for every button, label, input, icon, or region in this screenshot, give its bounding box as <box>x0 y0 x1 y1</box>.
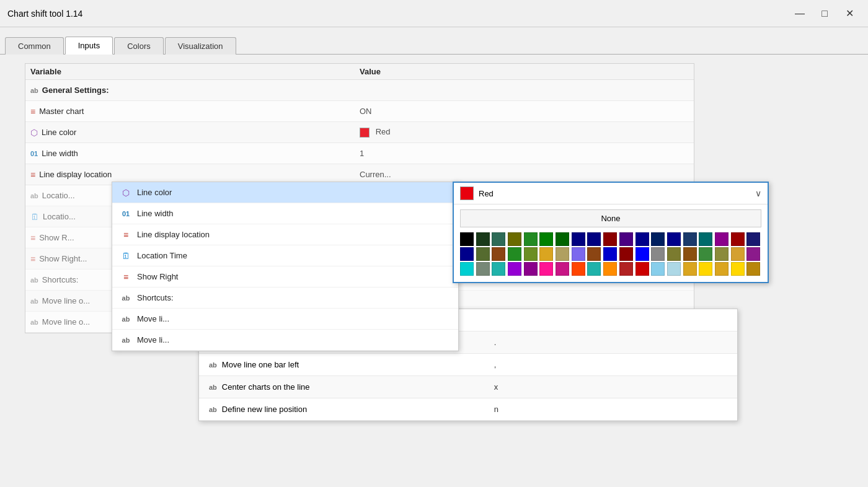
color-cell[interactable] <box>603 262 617 276</box>
color-cell[interactable] <box>524 247 538 261</box>
row-value: x <box>494 382 727 392</box>
color-cell[interactable] <box>619 232 633 246</box>
row-value: Curren... <box>360 170 689 179</box>
color-cell[interactable] <box>492 232 505 246</box>
color-cell[interactable] <box>603 232 617 246</box>
close-button[interactable]: ✕ <box>838 5 861 22</box>
color-cell[interactable] <box>460 232 474 246</box>
color-cell[interactable] <box>731 247 745 261</box>
table-row[interactable]: ab Define new line position n <box>199 398 737 421</box>
color-cell[interactable] <box>683 247 697 261</box>
color-cell[interactable] <box>651 262 665 276</box>
color-cell[interactable] <box>699 247 712 261</box>
tab-inputs[interactable]: Inputs <box>65 37 113 55</box>
color-cell[interactable] <box>492 247 505 261</box>
color-cell[interactable] <box>524 232 538 246</box>
color-dropdown-arrow-icon[interactable]: ∨ <box>755 188 761 198</box>
color-cell[interactable] <box>746 232 760 246</box>
color-cell[interactable] <box>572 232 585 246</box>
color-cell[interactable] <box>667 247 681 261</box>
lines-icon: ≡ <box>30 233 35 243</box>
row-label: Show Right... <box>39 254 87 263</box>
color-cell[interactable] <box>460 262 474 276</box>
color-cell[interactable] <box>636 262 649 276</box>
ab-icon: ab <box>30 276 38 284</box>
color-cell[interactable] <box>476 262 490 276</box>
num-icon: 01 <box>30 150 38 157</box>
color-cell[interactable] <box>508 262 521 276</box>
ab-icon: ab <box>209 406 217 413</box>
color-cell[interactable] <box>539 232 553 246</box>
maximize-button[interactable]: □ <box>813 5 836 22</box>
color-cell[interactable] <box>460 247 474 261</box>
color-cell[interactable] <box>508 247 521 261</box>
color-cell[interactable] <box>715 247 728 261</box>
color-cell[interactable] <box>492 262 505 276</box>
color-cell[interactable] <box>636 247 649 261</box>
color-cell[interactable] <box>731 262 745 276</box>
color-cell[interactable] <box>731 232 745 246</box>
ab-icon: ab <box>120 336 132 344</box>
color-cell[interactable] <box>619 247 633 261</box>
color-cell[interactable] <box>572 247 585 261</box>
table-row[interactable]: ab Center charts on the line x <box>199 376 737 398</box>
table-row[interactable]: ab General Settings: <box>25 80 694 101</box>
dropdown-item-show-right[interactable]: ≡ Show Right <box>112 266 458 287</box>
color-cell[interactable] <box>587 247 601 261</box>
color-cell[interactable] <box>651 247 665 261</box>
dropdown-item-move-left[interactable]: ab Move li... <box>112 330 458 351</box>
color-cell[interactable] <box>636 232 649 246</box>
tab-common[interactable]: Common <box>5 37 64 55</box>
color-cell[interactable] <box>683 262 697 276</box>
row-value: . <box>494 338 727 347</box>
color-cell[interactable] <box>539 262 553 276</box>
color-cell[interactable] <box>587 262 601 276</box>
ab-icon: ab <box>120 315 132 323</box>
color-cell[interactable] <box>683 232 697 246</box>
color-cell[interactable] <box>572 262 585 276</box>
selected-color-swatch <box>460 186 474 200</box>
color-cell[interactable] <box>699 262 712 276</box>
lines-icon: ≡ <box>120 230 132 240</box>
table-row[interactable]: ab Move line one bar left , <box>199 354 737 376</box>
table-row[interactable]: 01 Line width 1 <box>25 143 694 164</box>
color-cell[interactable] <box>556 247 569 261</box>
color-cell[interactable] <box>539 247 553 261</box>
dropdown-item-line-width[interactable]: 01 Line width <box>112 203 458 224</box>
table-row[interactable]: ≡ Master chart ON <box>25 101 694 122</box>
lines-icon: ≡ <box>120 272 132 282</box>
color-picker-header: Red ∨ <box>454 183 768 204</box>
color-cell[interactable] <box>476 247 490 261</box>
color-cell[interactable] <box>651 232 665 246</box>
table-row[interactable]: ⬡ Line color Red <box>25 122 694 143</box>
color-cell[interactable] <box>556 262 569 276</box>
color-cell[interactable] <box>619 262 633 276</box>
row-label: Show R... <box>39 233 74 242</box>
color-cell[interactable] <box>524 262 538 276</box>
color-cell[interactable] <box>476 232 490 246</box>
lines-icon: ≡ <box>30 170 35 180</box>
color-cell[interactable] <box>603 247 617 261</box>
color-none-button[interactable]: None <box>460 209 761 227</box>
minimize-button[interactable]: — <box>789 5 811 22</box>
selected-color-label: Red <box>479 189 755 198</box>
tab-visualization[interactable]: Visualization <box>165 37 236 55</box>
dropdown-item-shortcuts[interactable]: ab Shortcuts: <box>112 287 458 309</box>
color-cell[interactable] <box>587 232 601 246</box>
color-cell[interactable] <box>699 232 712 246</box>
color-cell[interactable] <box>667 232 681 246</box>
lines-icon: ≡ <box>30 254 35 264</box>
dropdown-item-location-time[interactable]: 🗓 Location Time <box>112 245 458 266</box>
color-cell[interactable] <box>715 232 728 246</box>
dropdown-item-move-right[interactable]: ab Move li... <box>112 309 458 330</box>
color-cell[interactable] <box>508 232 521 246</box>
color-cell[interactable] <box>746 247 760 261</box>
tab-colors[interactable]: Colors <box>114 37 164 55</box>
dropdown-item-line-color[interactable]: ⬡ Line color <box>112 182 458 203</box>
dropdown-item-line-display[interactable]: ≡ Line display location <box>112 224 458 245</box>
color-cell[interactable] <box>746 262 760 276</box>
color-cell[interactable] <box>667 262 681 276</box>
color-cell[interactable] <box>556 232 569 246</box>
color-cell[interactable] <box>715 262 728 276</box>
ab-icon: ab <box>209 361 217 369</box>
